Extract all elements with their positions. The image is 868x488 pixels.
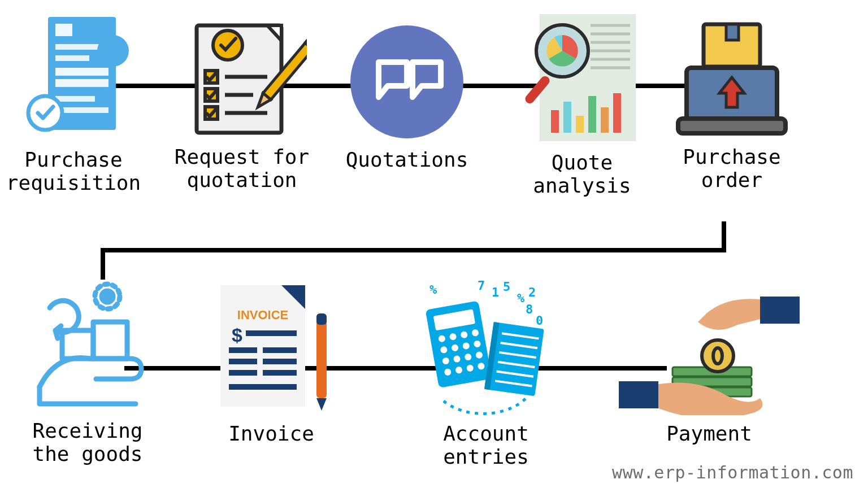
svg-rect-104 bbox=[619, 381, 658, 408]
step-quotations: Quotations bbox=[333, 23, 480, 171]
step-label: Quotations bbox=[333, 148, 480, 171]
svg-rect-3 bbox=[55, 55, 89, 61]
step-label: Payment bbox=[616, 422, 802, 445]
laptop-box-upload-icon bbox=[670, 20, 794, 138]
svg-rect-62 bbox=[316, 313, 327, 325]
step-label: Invoice bbox=[192, 422, 350, 445]
svg-rect-59 bbox=[263, 370, 297, 376]
step-payment: Payment bbox=[616, 282, 802, 445]
svg-rect-60 bbox=[229, 384, 297, 390]
svg-rect-98 bbox=[760, 297, 800, 324]
connector-bridge bbox=[101, 248, 726, 252]
step-label: Request for quotation bbox=[151, 145, 332, 192]
checklist-pencil-icon bbox=[177, 17, 307, 138]
svg-text:1: 1 bbox=[492, 285, 499, 299]
svg-text:%: % bbox=[517, 291, 525, 305]
svg-text:5: 5 bbox=[503, 280, 510, 294]
step-purchase-order: Purchase order bbox=[667, 20, 797, 192]
svg-point-102 bbox=[702, 340, 734, 372]
svg-rect-1 bbox=[55, 24, 72, 36]
invoice-document-icon: INVOICE $ bbox=[203, 280, 339, 415]
svg-rect-43 bbox=[678, 119, 785, 133]
footer-attribution: www.erp-information.com bbox=[612, 463, 853, 482]
svg-text:$: $ bbox=[232, 324, 242, 346]
step-account-entries: % 7 1 5 % 2 8 0 bbox=[407, 274, 565, 469]
svg-rect-55 bbox=[263, 347, 297, 353]
calculator-ledger-icon: % 7 1 5 % 2 8 0 bbox=[413, 274, 559, 415]
report-magnify-chart-icon bbox=[523, 11, 641, 144]
svg-point-8 bbox=[97, 35, 129, 67]
step-quote-analysis: Quote analysis bbox=[511, 11, 653, 198]
step-purchase-requisition: Purchase requisition bbox=[0, 11, 147, 195]
svg-rect-53 bbox=[246, 330, 297, 336]
step-label: Receiving the goods bbox=[8, 419, 167, 466]
svg-rect-38 bbox=[601, 107, 609, 133]
svg-rect-49 bbox=[93, 322, 127, 359]
svg-rect-5 bbox=[55, 79, 108, 87]
svg-rect-35 bbox=[563, 102, 571, 133]
speech-bubbles-icon bbox=[348, 23, 466, 141]
svg-rect-6 bbox=[55, 96, 95, 102]
svg-text:%: % bbox=[429, 282, 437, 297]
document-magnify-icon bbox=[17, 11, 130, 141]
svg-rect-54 bbox=[229, 347, 257, 353]
svg-rect-41 bbox=[726, 24, 739, 40]
svg-rect-61 bbox=[316, 313, 327, 398]
step-receiving-goods: Receiving the goods bbox=[8, 274, 167, 466]
svg-rect-57 bbox=[263, 359, 297, 364]
step-label: Purchase requisition bbox=[0, 148, 147, 195]
svg-rect-58 bbox=[229, 370, 257, 376]
svg-rect-37 bbox=[588, 96, 596, 133]
svg-rect-48 bbox=[62, 330, 93, 359]
diagram-canvas: Purchase requisition bbox=[0, 0, 868, 488]
svg-rect-36 bbox=[576, 116, 584, 133]
step-label: Account entries bbox=[407, 422, 565, 469]
svg-text:7: 7 bbox=[478, 278, 485, 293]
svg-rect-34 bbox=[551, 110, 559, 133]
hand-boxes-gear-icon bbox=[23, 274, 153, 412]
svg-text:8: 8 bbox=[526, 302, 533, 316]
svg-rect-56 bbox=[229, 359, 257, 364]
svg-rect-4 bbox=[55, 68, 108, 76]
invoice-badge-text: INVOICE bbox=[237, 308, 288, 322]
hands-coin-cash-icon bbox=[619, 282, 800, 415]
svg-text:2: 2 bbox=[528, 285, 536, 299]
step-request-for-quotation: Request for quotation bbox=[151, 17, 332, 192]
step-invoice: INVOICE $ Invoice bbox=[192, 280, 350, 445]
step-label: Quote analysis bbox=[511, 151, 653, 198]
svg-rect-39 bbox=[613, 93, 621, 133]
svg-marker-63 bbox=[316, 398, 327, 411]
step-label: Purchase order bbox=[667, 145, 797, 192]
svg-text:0: 0 bbox=[536, 313, 543, 328]
